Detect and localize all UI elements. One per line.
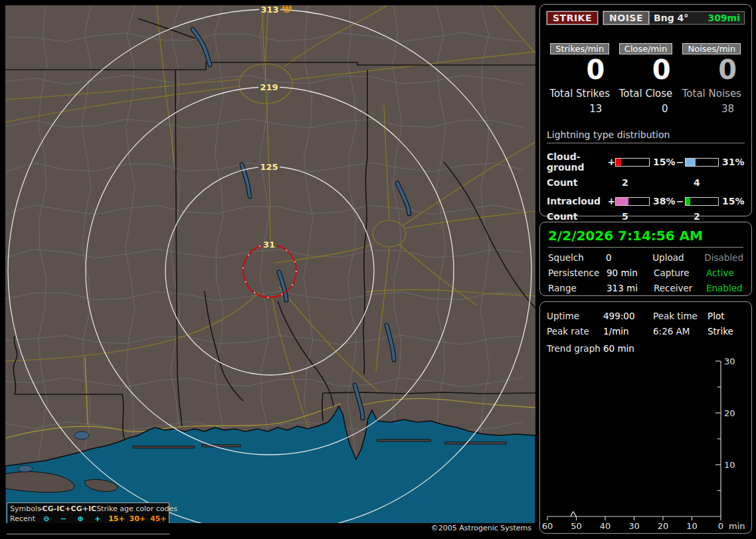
legend-row-label: Recent bbox=[10, 514, 38, 524]
bearing-range-value: 309mi bbox=[708, 13, 740, 23]
neg-ic-bar bbox=[685, 197, 719, 206]
x-tick-10: 10 bbox=[686, 521, 698, 531]
neg-ic-percent: 15% bbox=[722, 196, 745, 206]
count-label: Count bbox=[547, 177, 622, 188]
status-row: Persistence 90 min Capture Active bbox=[548, 268, 743, 278]
capture-status: Active bbox=[706, 268, 743, 278]
x-tick-30: 30 bbox=[628, 521, 640, 531]
legend-age-title: Strike age color codes bbox=[96, 504, 177, 514]
count-label: Count bbox=[547, 211, 622, 222]
range-ring-label: 313 bbox=[260, 5, 278, 15]
legend-header-neg-ic: -IC bbox=[54, 504, 65, 514]
intracloud-row: Intracloud + 38% − 15% bbox=[547, 196, 745, 206]
minus-sign: − bbox=[676, 157, 685, 167]
cloud-ground-row: Cloud-ground + 15% − 31% bbox=[547, 151, 745, 173]
strikes-per-min-button[interactable]: Strikes/min bbox=[550, 43, 609, 54]
strike-toggle-button[interactable]: STRIKE bbox=[547, 11, 598, 25]
uptime-row: Uptime 499:00 Peak time Plot bbox=[547, 311, 745, 321]
legend-header-pos-ic: +IC bbox=[82, 504, 96, 514]
y-tick-30: 30 bbox=[724, 356, 735, 366]
total-strikes-label: Total Strikes bbox=[547, 88, 613, 100]
total-noises-value: 38 bbox=[679, 103, 745, 115]
trend-panel: Uptime 499:00 Peak time Plot Peak rate 1… bbox=[539, 301, 752, 534]
age-code: 30+ bbox=[127, 514, 147, 524]
peak-rate-row: Peak rate 1/min 6:26 AM Strike bbox=[547, 326, 745, 337]
datetime-display: 2/2/2026 7:14:56 AM bbox=[548, 228, 743, 248]
age-code: 45+ bbox=[148, 514, 169, 524]
range-ring-label: 219 bbox=[260, 82, 278, 92]
x-tick-0: 0 bbox=[718, 521, 723, 531]
intracloud-label: Intracloud bbox=[547, 196, 608, 206]
peak-time-label: Peak time bbox=[653, 311, 708, 321]
total-close-value: 0 bbox=[613, 103, 678, 115]
trend-graph-row: Trend graph 60 min bbox=[547, 343, 745, 354]
neg-ic-count: 2 bbox=[694, 211, 700, 222]
legend-header-neg-cg: -CG bbox=[39, 504, 54, 514]
total-strikes-value: 13 bbox=[547, 103, 613, 115]
plus-sign: + bbox=[608, 157, 616, 167]
strikes-column: Strikes/min 0 Total Strikes 13 bbox=[547, 42, 613, 115]
age-code: 15+ bbox=[106, 514, 127, 524]
trend-graph-window: 60 min bbox=[603, 343, 653, 354]
range-label: Range bbox=[548, 283, 607, 293]
cloud-ground-label: Cloud-ground bbox=[547, 151, 608, 173]
upload-label: Upload bbox=[652, 252, 704, 263]
close-column: Close/min 0 Total Close 0 bbox=[613, 42, 678, 115]
noise-toggle-button[interactable]: NOISE bbox=[603, 11, 649, 25]
total-noises-label: Total Noises bbox=[679, 88, 745, 100]
upload-status: Disabled bbox=[704, 252, 743, 263]
close-per-min-value: 0 bbox=[613, 54, 678, 85]
persistence-value: 90 min bbox=[607, 268, 654, 278]
legend-header-symbols: Symbols bbox=[10, 504, 39, 514]
pos-ic-recent-icon: + bbox=[89, 514, 106, 524]
range-ring-label: 125 bbox=[260, 162, 278, 172]
lightning-map[interactable]: 313 219 125 31 Symbols -CG -IC +CG +IC S… bbox=[5, 5, 535, 534]
neg-cg-count: 4 bbox=[694, 177, 700, 188]
pos-ic-count: 5 bbox=[622, 211, 694, 222]
bearing-range-display: Bng 4° 309mi bbox=[649, 11, 745, 25]
uptime-label: Uptime bbox=[547, 311, 603, 321]
pos-cg-bar bbox=[615, 158, 649, 167]
copyright-text: ©2005 Astrogenic Systems bbox=[5, 523, 535, 534]
capture-label: Capture bbox=[654, 268, 706, 278]
y-tick-20: 20 bbox=[724, 408, 735, 418]
peak-time-value: 6:26 AM bbox=[653, 326, 708, 337]
distribution-title: Lightning type distribution bbox=[547, 129, 745, 143]
pos-cg-recent-icon: ⊕ bbox=[72, 514, 89, 524]
receiver-status: Enabled bbox=[706, 283, 743, 293]
cloud-ground-count-row: Count 2 4 bbox=[547, 177, 745, 188]
system-status-panel: 2/2/2026 7:14:56 AM Squelch 0 Upload Dis… bbox=[539, 222, 752, 296]
trend-graph-label: Trend graph bbox=[547, 343, 603, 354]
range-ring-label: 31 bbox=[263, 240, 275, 250]
neg-cg-bar bbox=[685, 158, 719, 167]
x-tick-50: 50 bbox=[571, 521, 582, 531]
noises-per-min-value: 0 bbox=[679, 54, 745, 85]
receiver-label: Receiver bbox=[654, 283, 706, 293]
map-svg: 313 219 125 31 bbox=[5, 5, 535, 534]
uptime-value: 499:00 bbox=[603, 311, 653, 321]
strike-stats-panel: STRIKE NOISE Bng 4° 309mi Strikes/min 0 … bbox=[539, 4, 752, 216]
squelch-label: Squelch bbox=[548, 252, 606, 263]
lightning-type-distribution: Lightning type distribution Cloud-ground… bbox=[547, 129, 745, 222]
peak-rate-value: 1/min bbox=[603, 326, 653, 337]
neg-cg-percent: 31% bbox=[722, 157, 745, 167]
lightning-tracker-app: { "stats": { "strike_button": "STRIKE", … bbox=[0, 0, 756, 539]
x-tick-40: 40 bbox=[600, 521, 611, 531]
persistence-label: Persistence bbox=[548, 268, 607, 278]
legend-header-pos-cg: +CG bbox=[64, 504, 82, 514]
close-per-min-button[interactable]: Close/min bbox=[619, 43, 672, 54]
plot-label: Plot bbox=[708, 311, 745, 321]
strike-trend-graph: 30 20 10 60 50 40 30 20 10 0 min bbox=[540, 302, 751, 533]
x-tick-20: 20 bbox=[658, 521, 669, 531]
minus-sign: − bbox=[676, 196, 685, 206]
total-close-label: Total Close bbox=[613, 88, 678, 100]
trend-spike bbox=[571, 512, 577, 516]
peak-rate-label: Peak rate bbox=[547, 326, 603, 337]
squelch-value: 0 bbox=[606, 252, 652, 263]
pos-cg-count: 2 bbox=[622, 177, 694, 188]
pos-ic-percent: 38% bbox=[653, 196, 676, 206]
strikes-per-min-value: 0 bbox=[547, 54, 613, 85]
pos-ic-bar bbox=[615, 197, 649, 206]
noises-per-min-button[interactable]: Noises/min bbox=[682, 43, 741, 54]
intracloud-count-row: Count 5 2 bbox=[547, 211, 745, 222]
